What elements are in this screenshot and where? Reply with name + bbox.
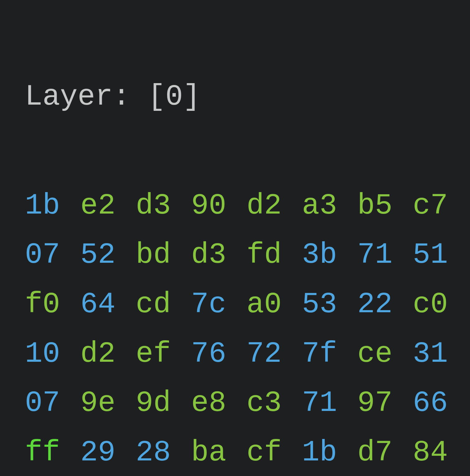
hex-byte: 52 bbox=[80, 239, 115, 271]
hex-byte: 9d bbox=[136, 388, 171, 419]
hex-byte: 51 bbox=[413, 239, 448, 271]
hex-byte: 10 bbox=[25, 338, 60, 370]
hex-byte: 97 bbox=[357, 388, 392, 419]
hex-byte: 07 bbox=[25, 239, 60, 271]
hex-byte: 84 bbox=[413, 437, 448, 469]
hex-byte: c0 bbox=[413, 289, 448, 320]
layer-header: Layer: [0] bbox=[25, 81, 448, 113]
hex-byte: 07 bbox=[25, 388, 60, 419]
hex-byte: 71 bbox=[302, 388, 337, 419]
hex-byte: d2 bbox=[247, 190, 282, 222]
hex-byte: 66 bbox=[413, 388, 448, 419]
hex-byte: d7 bbox=[357, 437, 392, 469]
hex-byte: cf bbox=[247, 437, 282, 469]
hex-byte: 7f bbox=[302, 338, 337, 370]
hex-byte: c3 bbox=[247, 388, 282, 419]
hex-byte: 29 bbox=[80, 437, 115, 469]
hex-byte: bd bbox=[136, 239, 171, 271]
hex-viewer: Layer: [0] 1be2d390d2a3b5c70752bdd3fd3b7… bbox=[0, 0, 470, 476]
hex-byte: fd bbox=[247, 239, 282, 271]
hex-byte: b5 bbox=[357, 190, 392, 222]
hex-byte: ce bbox=[357, 338, 392, 370]
hex-byte: 22 bbox=[357, 289, 392, 320]
hex-byte: cd bbox=[136, 289, 171, 320]
hex-byte: 71 bbox=[357, 239, 392, 271]
hex-byte: d2 bbox=[80, 338, 115, 370]
hex-byte: 31 bbox=[413, 338, 448, 370]
hex-byte: 28 bbox=[136, 437, 171, 469]
hex-byte: 7c bbox=[191, 289, 226, 320]
hex-byte: a3 bbox=[302, 190, 337, 222]
hex-byte: e2 bbox=[80, 190, 115, 222]
hex-grid: 1be2d390d2a3b5c70752bdd3fd3b7151f064cd7c… bbox=[25, 190, 448, 476]
hex-byte: 1b bbox=[25, 190, 60, 222]
hex-byte: 64 bbox=[80, 289, 115, 320]
hex-byte: f0 bbox=[25, 289, 60, 320]
hex-byte: ef bbox=[136, 338, 171, 370]
hex-byte: ba bbox=[191, 437, 226, 469]
hex-byte: 76 bbox=[191, 338, 226, 370]
hex-byte: 90 bbox=[191, 190, 226, 222]
hex-byte: e8 bbox=[191, 388, 226, 419]
hex-byte: 1b bbox=[302, 437, 337, 469]
hex-byte: 72 bbox=[247, 338, 282, 370]
hex-byte: d3 bbox=[136, 190, 171, 222]
hex-byte: c7 bbox=[413, 190, 448, 222]
hex-byte: 3b bbox=[302, 239, 337, 271]
hex-byte: d3 bbox=[191, 239, 226, 271]
hex-byte: a0 bbox=[247, 289, 282, 320]
hex-byte: 53 bbox=[302, 289, 337, 320]
hex-byte: 9e bbox=[80, 388, 115, 419]
hex-byte: ff bbox=[25, 437, 60, 469]
